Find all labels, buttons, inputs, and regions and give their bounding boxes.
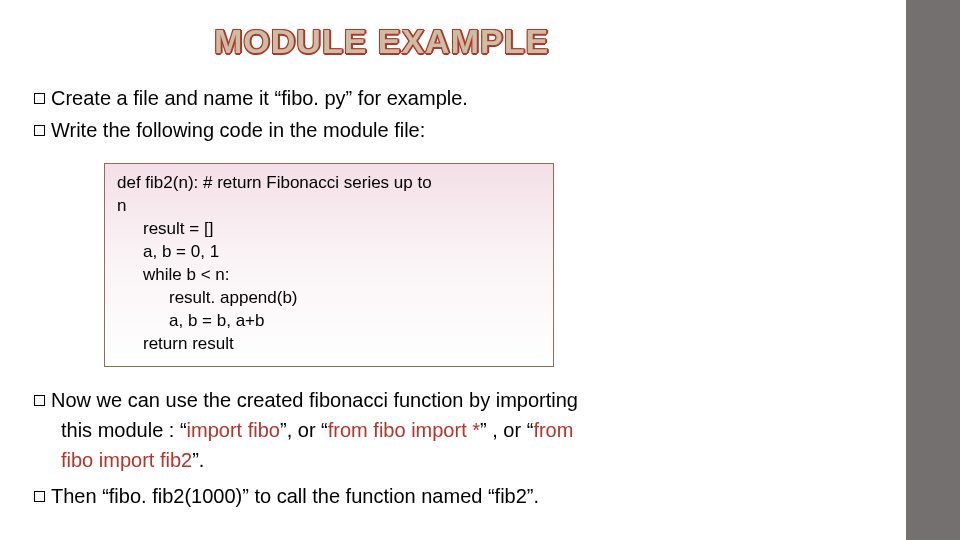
bullet-text: ”.	[192, 449, 204, 471]
slide-content: MODULE EXAMPLE Create a file and name it…	[34, 22, 890, 517]
bullet-square-icon	[34, 125, 45, 136]
bullet-text: the following code in the module file:	[103, 119, 425, 141]
code-box: def fib2(n): # return Fibonacci series u…	[104, 163, 554, 367]
bullet-text: Then	[51, 485, 102, 507]
bullet-line-1: Create a file and name it “fibo. py” for…	[34, 83, 890, 113]
bullet-cont: this module : “import fibo”, or “from fi…	[34, 419, 573, 441]
code-line: n	[117, 195, 541, 218]
code-line: a, b = b, a+b	[117, 310, 541, 333]
bullet-square-icon	[34, 93, 45, 104]
bullet-text: Create	[51, 87, 117, 109]
code-line: a, b = 0, 1	[117, 241, 541, 264]
code-line: result = []	[117, 218, 541, 241]
bullet-cont: fibo import fib2”.	[34, 449, 204, 471]
highlight-text: fibo import fib2	[61, 449, 192, 471]
slide: MODULE EXAMPLE Create a file and name it…	[0, 0, 960, 540]
bullet-text: Now	[51, 389, 97, 411]
bullet-para-2: Then “fibo. fib2(1000)” to call the func…	[34, 481, 890, 511]
sidebar-stripe	[906, 0, 960, 540]
bullet-group-top: Create a file and name it “fibo. py” for…	[34, 83, 890, 145]
highlight-text: import fibo	[187, 419, 280, 441]
highlight-text: from fibo import *	[328, 419, 480, 441]
bullet-text: this module : “	[61, 419, 187, 441]
bullet-text: a file and name it “fibo. py” for exampl…	[117, 87, 468, 109]
bullet-text: Write	[51, 119, 103, 141]
code-line: result. append(b)	[117, 287, 541, 310]
code-line: def fib2(n): # return Fibonacci series u…	[117, 172, 541, 195]
bullet-group-bottom: Now we can use the created fibonacci fun…	[34, 385, 890, 511]
code-line: while b < n:	[117, 264, 541, 287]
bullet-text: ” , or “	[480, 419, 533, 441]
bullet-square-icon	[34, 395, 45, 406]
bullet-text: ”, or “	[280, 419, 328, 441]
slide-title: MODULE EXAMPLE	[214, 22, 890, 61]
bullet-text: “fibo. fib2(1000)” to call the function …	[102, 485, 539, 507]
bullet-text: we can use the created fibonacci functio…	[97, 389, 578, 411]
bullet-square-icon	[34, 491, 45, 502]
highlight-text: from	[533, 419, 573, 441]
bullet-para-1: Now we can use the created fibonacci fun…	[34, 385, 890, 475]
code-line: return result	[117, 333, 541, 356]
bullet-line-2: Write the following code in the module f…	[34, 115, 890, 145]
